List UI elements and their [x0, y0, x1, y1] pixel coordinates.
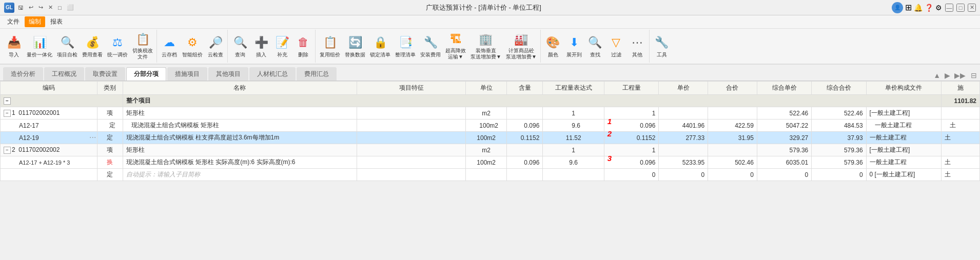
cloud-check-icon: 🔎: [207, 34, 224, 51]
section-collapse[interactable]: −: [1, 95, 123, 107]
cell-code: [1, 169, 97, 181]
maximize-btn[interactable]: □: [956, 4, 965, 12]
cell-amount: 1: [604, 144, 659, 156]
find-btn[interactable]: 🔍 查找: [585, 31, 605, 61]
user-avatar[interactable]: 👤: [892, 2, 903, 13]
reuse-price-btn[interactable]: 📋 复用组价: [318, 31, 342, 61]
decor-pump-icon: 🏢: [478, 32, 494, 47]
nav-up[interactable]: ▲: [932, 70, 942, 81]
quick-btn2[interactable]: □: [56, 4, 63, 11]
smart-price-btn[interactable]: ⚙ 智能组价: [180, 31, 205, 61]
menu-file[interactable]: 文件: [3, 16, 24, 27]
cell-total: 422.59: [708, 119, 757, 132]
decor-pump-btn[interactable]: 🏢 装饰垂直泵送增加费▼: [468, 31, 503, 61]
quick-btn1[interactable]: ✕: [47, 4, 54, 11]
table-row[interactable]: A12-19 ··· 定 现浇混凝土组合式钢模板 柱支撑高度超过3.6m每增加1…: [1, 132, 980, 144]
cell-type: 定: [97, 169, 123, 181]
other-btn[interactable]: ⋯ 其他: [627, 31, 648, 61]
cell-name: 矩形柱: [123, 144, 357, 156]
tab-fee-settings[interactable]: 取费设置: [85, 67, 125, 81]
main-table: 编码 类别 名称 项目特征 单位 含量 工程量表达式 工程量 单价 合价 综合单…: [0, 81, 980, 181]
replace-data-btn[interactable]: 🔄 替换数据: [343, 31, 367, 61]
fee-view-btn[interactable]: 💰 费用查看: [80, 31, 105, 61]
table-row[interactable]: 定 自动提示：请输入子目简称 0 0 0 0 0 0 [一般土建工程] 土: [1, 169, 980, 181]
expand-item1-icon[interactable]: −: [4, 110, 11, 117]
cell-total: 31.95: [708, 132, 757, 144]
toolbar-group-view: 🎨 颜色 ⬇ 展开到 🔍 查找 ▽ 过滤 ⋯ 其他: [541, 30, 650, 63]
tab-cost-analysis[interactable]: 造价分析: [3, 67, 43, 81]
switch-tax-btn[interactable]: 📋 切换税改文件: [130, 31, 155, 61]
table-row[interactable]: A12-17 + A12-19 * 3 换 现浇混凝土组合式钢模板 矩形柱 实际…: [1, 156, 980, 169]
cloud-archive-btn[interactable]: ☁ 云存档: [159, 31, 180, 61]
column-settings-icon[interactable]: ⊟: [971, 71, 977, 79]
nav-right2[interactable]: ▶▶: [953, 70, 967, 81]
cell-amount: 1: [604, 107, 659, 119]
window-title: 广联达预算计价 - [清单计价 - 单位工程]: [75, 3, 892, 12]
cell-expr: 1: [543, 107, 604, 119]
tab-other-items[interactable]: 其他项目: [208, 67, 248, 81]
cell-code: −2 011702002002: [1, 144, 97, 156]
tab-fee-summary[interactable]: 费用汇总: [297, 67, 337, 81]
notification-icon[interactable]: 🔔: [914, 4, 923, 12]
insert-btn[interactable]: ➕ 插入: [251, 31, 271, 61]
tabs-nav: ▲ ▶ ▶▶ ⊟: [932, 70, 977, 81]
uniform-adjust-btn[interactable]: ⚖ 统一调价: [105, 31, 130, 61]
filter-icon: ▽: [608, 34, 624, 51]
cell-unit: [466, 169, 506, 181]
query-btn[interactable]: 🔍 查询: [230, 31, 250, 61]
import-icon: 📥: [6, 34, 22, 51]
col-code: 编码: [1, 82, 97, 95]
cell-total: [708, 144, 757, 156]
expand-btn[interactable]: ⬇ 展开到: [564, 31, 584, 61]
tab-labor-material[interactable]: 人材机汇总: [249, 67, 296, 81]
quick-btn3[interactable]: ⬜: [65, 4, 75, 11]
cell-unit: m2: [466, 107, 506, 119]
cell-amount: 0.1152: [604, 132, 659, 144]
nav-right[interactable]: ▶: [944, 70, 951, 81]
menu-edit[interactable]: 编制: [25, 16, 45, 27]
col-expr: 工程量表达式: [543, 82, 604, 95]
tab-sections[interactable]: 分部分项: [126, 67, 166, 81]
install-fee-icon: 🔧: [422, 34, 439, 51]
table-row[interactable]: −1 011702002001 项 矩形柱 m2 1 1 522.46 522.…: [1, 107, 980, 119]
tab-measures[interactable]: 措施项目: [167, 67, 207, 81]
undo-btn[interactable]: ↩: [27, 4, 35, 11]
toolbar-group-manage: 📋 复用组价 🔄 替换数据 🔒 锁定清单 📑 整理清单 🔧 安装费用 🏗 超高降…: [316, 30, 541, 63]
qty-price-btn[interactable]: 📊 量价一体化: [25, 31, 54, 61]
table-row[interactable]: −2 011702002002 项 矩形柱 m2 1 1 579.36 579.…: [1, 144, 980, 156]
expand-item2-icon[interactable]: −: [4, 147, 11, 154]
cloud-check-btn[interactable]: 🔎 云检查: [205, 31, 226, 61]
filter-btn[interactable]: ▽ 过滤: [606, 31, 626, 61]
delete-btn[interactable]: 🗑 删除: [293, 31, 313, 61]
menu-report[interactable]: 报表: [46, 16, 67, 27]
minimize-btn[interactable]: —: [945, 4, 953, 12]
quick-save-btn[interactable]: 🖫: [16, 4, 25, 11]
color-btn[interactable]: 🎨 颜色: [543, 31, 563, 61]
super-high-btn[interactable]: 🏗 超高降效运输▼: [443, 31, 468, 61]
tools-icon: 🔧: [654, 34, 670, 51]
supplement-btn[interactable]: 📝 补充: [272, 31, 292, 61]
help-icon[interactable]: ❓: [925, 4, 933, 12]
close-btn[interactable]: ✕: [968, 4, 976, 12]
install-fee-btn[interactable]: 🔧 安装费用: [418, 31, 443, 61]
col-comp-total: 综合合价: [812, 82, 866, 95]
tools-btn[interactable]: 🔧 工具: [652, 31, 672, 61]
import-btn[interactable]: 📥 导入: [4, 31, 24, 61]
toolbar-group-cloud: ☁ 云存档 ⚙ 智能组价 🔎 云检查: [158, 30, 228, 63]
settings-icon[interactable]: ⚙: [935, 4, 942, 12]
project-check-btn[interactable]: 🔍 项目自检: [55, 31, 80, 61]
redo-btn[interactable]: ↪: [37, 4, 45, 11]
cell-name: 矩形柱: [123, 107, 357, 119]
cell-extra: 土: [941, 132, 979, 144]
table-row[interactable]: A12-17 定 现浇混凝土组合式钢模板 矩形柱 100m2 0.096 9.6…: [1, 119, 980, 132]
collapse-icon[interactable]: −: [4, 97, 11, 105]
super-high-icon: 🏗: [447, 32, 464, 47]
grid-icon[interactable]: ⊞: [905, 3, 912, 12]
lock-list-btn[interactable]: 🔒 锁定清单: [368, 31, 393, 61]
tab-project-overview[interactable]: 工程概况: [44, 67, 84, 81]
dots-icon[interactable]: ···: [89, 133, 96, 142]
col-amount: 工程量: [604, 82, 659, 95]
cell-qty: 0.096: [506, 119, 543, 132]
organize-list-btn[interactable]: 📑 整理清单: [393, 31, 418, 61]
concrete-pump-btn[interactable]: 🏭 计算商品砼泵送增加费▼: [504, 31, 539, 61]
